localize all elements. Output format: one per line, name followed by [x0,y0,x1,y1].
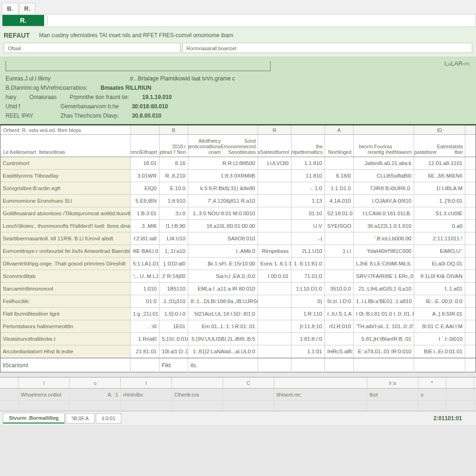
row-c4[interactable] [258,295,291,307]
row-c5[interactable]: 1.1:01 [291,345,325,357]
row-c4[interactable] [258,308,291,320]
row-c8[interactable]: S1.3.cU0IE [414,207,465,219]
row-c6[interactable]: rfJ,R;010 [325,320,354,332]
row-c3[interactable]: 1:8:3 0XRMIiB [188,170,258,182]
row-c7[interactable]: I:LCAitil.0:161.01LB. [354,207,414,219]
table-row[interactable]: Sarcammtlinnonreonl1;0101B5110EMLa.I .a1… [0,283,476,295]
row-c1[interactable]: 5.E9,iBN [131,195,159,207]
row-c7[interactable]: 'TH,aibi'l:sil..1: 101..0:.0' [354,320,414,332]
row-c4[interactable] [258,345,291,357]
row-c5[interactable]: 11.810 [291,170,325,182]
row-c2[interactable]: J' R:18j00 [159,270,188,282]
row-c6[interactable]: 3510.0.0 [325,283,354,295]
row-c5[interactable]: 1;13 [291,195,325,207]
row-c5[interactable]: U.V [291,220,325,232]
row-c4[interactable]: I 00:0.01 [258,270,291,282]
row-c8[interactable]: 1I LIBLA:M [414,182,465,194]
row-c4[interactable]: LULVOI0 [258,157,291,169]
col-letter-7[interactable] [354,126,414,134]
row-c1[interactable]: .3..MI6 [131,220,159,232]
sg-col-5[interactable]: C [223,377,274,389]
row-c6[interactable] [325,157,354,169]
table-row[interactable]: Golilifesairard atoiontoes /Tilkstquromc… [0,207,476,220]
row-c3[interactable]: Sia'n,l ,EA.0.;0.0 [188,270,258,282]
row-c1[interactable]: 1:B.3:01 [131,207,159,219]
row-c4[interactable] [258,207,291,219]
row-c2[interactable]: 1:8:910 [159,195,188,207]
row-c2[interactable]: R..8,210 [159,170,188,182]
row-c8[interactable]: IE:..E..00;0:.0:0 [414,295,465,307]
row-c2[interactable]: 5;15I:.0:010 [159,333,188,345]
row-c5[interactable]: 1.1.810 [291,157,325,169]
sg-col-8[interactable]: * [418,377,446,389]
row-c2[interactable]: 1;.1I:a10 [159,245,188,257]
table-row[interactable]: Scommrdlitab';...U..M.LJ1J' R:18j00Sia'n… [0,270,476,283]
row-c8[interactable]: 8i:01 C E:AAl:l:M [414,320,465,332]
row-c4[interactable]: Eons 1..6:1:1518:0:01 [258,258,291,270]
row-c6[interactable]: 1:1.D1.0 [325,182,354,194]
row-c5[interactable]: 01:10 [291,207,325,219]
row-c8[interactable]: Ei,a0i.OQ.01 [414,258,465,270]
row-c2[interactable]: 1B5110 [159,283,188,295]
row-c2[interactable]: 10l.al1:D:.0 [159,345,188,357]
name-box[interactable]: R. [2,15,44,26]
sg-col-1[interactable]: I [19,377,70,389]
sheet-tab-v3[interactable]: il.0:01 [96,413,121,423]
row-c5[interactable]: 1:L10.D1:0 [291,283,325,295]
row-c3[interactable]: $ii.1:sFl..E:15r10:00 [188,258,258,270]
row-c6[interactable]: SYEISGO [325,220,354,232]
table-row[interactable]: Arcobrdiantatorrl Hhst lk:eutie21:81.011… [0,345,476,358]
row-c6[interactable] [325,333,354,345]
row-c1[interactable]: 01:0 [131,295,159,307]
table-row[interactable]: Pertontstwurs haltinermeottiln. :i01E01E… [0,320,476,333]
row-c3[interactable]: 1fi.a10L:80.01:00.00 [188,220,258,232]
col-letter-2[interactable]: B [159,126,188,134]
row-c1[interactable]: 3.01WR [131,170,159,182]
tab-r[interactable]: R. [19,3,35,14]
row-c8[interactable]: 8:1L0l Kl& OIVAN [414,270,465,282]
row-c8[interactable]: EiMIO,U:' [414,245,465,257]
sg-col-2[interactable]: o [70,377,121,389]
sheet-tab-v1[interactable]: 'lB;0F.A [66,413,95,423]
row-c5[interactable]: 1:81:8:/:0 [291,333,325,345]
row-c1[interactable]: 1:g ;21):01.9 [131,308,159,320]
filter-dropdown-left[interactable]: Ofsail [4,43,180,53]
col-letter-6[interactable]: A [325,126,354,134]
row-c8[interactable]: 6E ,3i5 MIENII [414,170,465,182]
row-c2[interactable]: 8.16 [159,157,188,169]
row-c7[interactable]: I.OJAItV.A:0/810 [354,195,414,207]
table-row[interactable]: Flall lbumdlitesilirer lignt1:g ;21):01.… [0,308,476,320]
row-c3[interactable]: k.5:8,R:Bk8j:31) &8e80 [188,182,258,194]
row-c6[interactable]: 1.i.l [325,245,354,257]
row-c8[interactable]: 0.a0 [414,220,465,232]
sg-col-7[interactable]: ir:a [367,377,418,389]
row-c1[interactable]: 5;1.LA1,010 [131,258,159,270]
col-letter-4[interactable]: R [258,126,291,134]
table-row[interactable]: Cuntrotnorl16:018.16R.R:(J.8l8500LULVOI0… [0,157,476,170]
row-c2[interactable]: E.10.0 [159,182,188,194]
row-c6[interactable] [325,258,354,270]
row-c4[interactable] [258,283,291,295]
row-c7[interactable]: Jaibin8i.a0.21.alia:k [354,157,414,169]
table-row[interactable]: Dllvaentrildripg.onge .Thait gosod primr… [0,258,476,270]
sg-col-4[interactable] [172,377,223,389]
table-row[interactable]: Feiilhociliik:01:0.1.;01j3108::1...DLBi:… [0,295,476,308]
row-c4[interactable]: Rirnpebsss [258,245,291,257]
row-c4[interactable] [258,220,291,232]
row-c2[interactable]: .1.;01j310 [159,295,188,307]
row-c5[interactable]: 71.01;0 [291,270,325,282]
row-c3[interactable]: 1:.81}2:LaNAlail...al.UL0:0 [188,345,258,357]
row-c6[interactable] [325,270,354,282]
row-c5[interactable]: 1. 6:11:81.0 [291,258,325,270]
row-c1[interactable]: 1;010 [131,283,159,295]
row-c3[interactable]: Em.01..1.:1: I.R:01:.01 [188,320,258,332]
row-c2[interactable]: l1.I:B;90 [159,220,188,232]
row-c4[interactable] [258,170,291,182]
row-c6[interactable]: 4.1A.010 [325,195,354,207]
row-c3[interactable]: 5t21AizLUL:18 l.5D:.I01:0 [188,308,258,320]
table-row[interactable]: Vlestsbunottrallibobe.t1.Rrial05;15I:.0:… [0,333,476,345]
row-c8[interactable]: I `.I:.0i010 [414,333,465,345]
row-c3[interactable]: 8::1...DLBi:188:8a.,IB:UJRS0 [188,295,258,307]
col-letter-1[interactable] [131,126,159,134]
row-c1[interactable]: . :i0 [131,320,159,332]
